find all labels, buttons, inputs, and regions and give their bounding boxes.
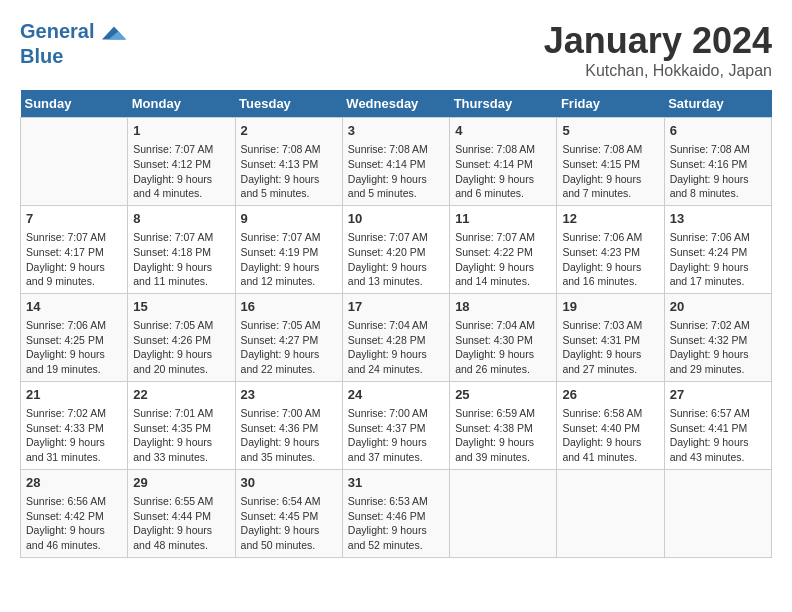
day-number: 20	[670, 298, 766, 316]
day-number: 19	[562, 298, 658, 316]
week-row-1: 1Sunrise: 7:07 AM Sunset: 4:12 PM Daylig…	[21, 118, 772, 206]
day-info: Sunrise: 6:53 AM Sunset: 4:46 PM Dayligh…	[348, 494, 444, 553]
day-info: Sunrise: 7:07 AM Sunset: 4:17 PM Dayligh…	[26, 230, 122, 289]
day-info: Sunrise: 6:55 AM Sunset: 4:44 PM Dayligh…	[133, 494, 229, 553]
day-info: Sunrise: 7:08 AM Sunset: 4:15 PM Dayligh…	[562, 142, 658, 201]
day-cell: 9Sunrise: 7:07 AM Sunset: 4:19 PM Daylig…	[235, 205, 342, 293]
day-number: 4	[455, 122, 551, 140]
day-info: Sunrise: 7:06 AM Sunset: 4:25 PM Dayligh…	[26, 318, 122, 377]
column-headers: SundayMondayTuesdayWednesdayThursdayFrid…	[21, 90, 772, 118]
day-cell: 6Sunrise: 7:08 AM Sunset: 4:16 PM Daylig…	[664, 118, 771, 206]
day-info: Sunrise: 7:02 AM Sunset: 4:32 PM Dayligh…	[670, 318, 766, 377]
day-number: 8	[133, 210, 229, 228]
day-cell	[557, 469, 664, 557]
day-info: Sunrise: 7:05 AM Sunset: 4:27 PM Dayligh…	[241, 318, 337, 377]
calendar-table: SundayMondayTuesdayWednesdayThursdayFrid…	[20, 90, 772, 558]
day-cell	[450, 469, 557, 557]
day-info: Sunrise: 7:07 AM Sunset: 4:12 PM Dayligh…	[133, 142, 229, 201]
day-number: 2	[241, 122, 337, 140]
day-info: Sunrise: 7:08 AM Sunset: 4:13 PM Dayligh…	[241, 142, 337, 201]
day-cell: 7Sunrise: 7:07 AM Sunset: 4:17 PM Daylig…	[21, 205, 128, 293]
day-number: 14	[26, 298, 122, 316]
day-info: Sunrise: 7:07 AM Sunset: 4:20 PM Dayligh…	[348, 230, 444, 289]
day-number: 21	[26, 386, 122, 404]
day-info: Sunrise: 6:59 AM Sunset: 4:38 PM Dayligh…	[455, 406, 551, 465]
day-cell: 17Sunrise: 7:04 AM Sunset: 4:28 PM Dayli…	[342, 293, 449, 381]
column-header-friday: Friday	[557, 90, 664, 118]
column-header-monday: Monday	[128, 90, 235, 118]
day-number: 22	[133, 386, 229, 404]
day-cell: 11Sunrise: 7:07 AM Sunset: 4:22 PM Dayli…	[450, 205, 557, 293]
day-cell: 29Sunrise: 6:55 AM Sunset: 4:44 PM Dayli…	[128, 469, 235, 557]
day-number: 18	[455, 298, 551, 316]
day-cell: 1Sunrise: 7:07 AM Sunset: 4:12 PM Daylig…	[128, 118, 235, 206]
day-number: 1	[133, 122, 229, 140]
week-row-5: 28Sunrise: 6:56 AM Sunset: 4:42 PM Dayli…	[21, 469, 772, 557]
day-number: 29	[133, 474, 229, 492]
day-cell: 28Sunrise: 6:56 AM Sunset: 4:42 PM Dayli…	[21, 469, 128, 557]
day-info: Sunrise: 7:06 AM Sunset: 4:24 PM Dayligh…	[670, 230, 766, 289]
day-info: Sunrise: 7:08 AM Sunset: 4:14 PM Dayligh…	[455, 142, 551, 201]
day-number: 15	[133, 298, 229, 316]
day-number: 16	[241, 298, 337, 316]
logo-general: General	[20, 20, 94, 42]
day-number: 26	[562, 386, 658, 404]
day-info: Sunrise: 7:04 AM Sunset: 4:30 PM Dayligh…	[455, 318, 551, 377]
day-number: 3	[348, 122, 444, 140]
day-cell: 31Sunrise: 6:53 AM Sunset: 4:46 PM Dayli…	[342, 469, 449, 557]
day-number: 12	[562, 210, 658, 228]
day-cell: 8Sunrise: 7:07 AM Sunset: 4:18 PM Daylig…	[128, 205, 235, 293]
day-number: 17	[348, 298, 444, 316]
day-cell: 13Sunrise: 7:06 AM Sunset: 4:24 PM Dayli…	[664, 205, 771, 293]
day-info: Sunrise: 7:00 AM Sunset: 4:37 PM Dayligh…	[348, 406, 444, 465]
day-cell: 22Sunrise: 7:01 AM Sunset: 4:35 PM Dayli…	[128, 381, 235, 469]
day-cell: 10Sunrise: 7:07 AM Sunset: 4:20 PM Dayli…	[342, 205, 449, 293]
column-header-tuesday: Tuesday	[235, 90, 342, 118]
day-number: 7	[26, 210, 122, 228]
day-info: Sunrise: 7:08 AM Sunset: 4:14 PM Dayligh…	[348, 142, 444, 201]
day-cell: 14Sunrise: 7:06 AM Sunset: 4:25 PM Dayli…	[21, 293, 128, 381]
day-number: 28	[26, 474, 122, 492]
day-cell	[21, 118, 128, 206]
day-cell: 18Sunrise: 7:04 AM Sunset: 4:30 PM Dayli…	[450, 293, 557, 381]
day-number: 23	[241, 386, 337, 404]
day-cell: 3Sunrise: 7:08 AM Sunset: 4:14 PM Daylig…	[342, 118, 449, 206]
day-info: Sunrise: 7:08 AM Sunset: 4:16 PM Dayligh…	[670, 142, 766, 201]
day-cell: 16Sunrise: 7:05 AM Sunset: 4:27 PM Dayli…	[235, 293, 342, 381]
day-info: Sunrise: 7:03 AM Sunset: 4:31 PM Dayligh…	[562, 318, 658, 377]
day-info: Sunrise: 6:58 AM Sunset: 4:40 PM Dayligh…	[562, 406, 658, 465]
day-info: Sunrise: 6:57 AM Sunset: 4:41 PM Dayligh…	[670, 406, 766, 465]
column-header-wednesday: Wednesday	[342, 90, 449, 118]
logo-icon	[102, 21, 126, 45]
day-number: 25	[455, 386, 551, 404]
day-cell: 15Sunrise: 7:05 AM Sunset: 4:26 PM Dayli…	[128, 293, 235, 381]
day-number: 30	[241, 474, 337, 492]
day-info: Sunrise: 7:00 AM Sunset: 4:36 PM Dayligh…	[241, 406, 337, 465]
column-header-sunday: Sunday	[21, 90, 128, 118]
week-row-3: 14Sunrise: 7:06 AM Sunset: 4:25 PM Dayli…	[21, 293, 772, 381]
calendar-title: January 2024	[544, 20, 772, 62]
logo: General Blue	[20, 20, 126, 67]
column-header-thursday: Thursday	[450, 90, 557, 118]
calendar-subtitle: Kutchan, Hokkaido, Japan	[544, 62, 772, 80]
day-cell: 4Sunrise: 7:08 AM Sunset: 4:14 PM Daylig…	[450, 118, 557, 206]
day-info: Sunrise: 7:04 AM Sunset: 4:28 PM Dayligh…	[348, 318, 444, 377]
day-cell: 25Sunrise: 6:59 AM Sunset: 4:38 PM Dayli…	[450, 381, 557, 469]
day-number: 27	[670, 386, 766, 404]
day-info: Sunrise: 7:02 AM Sunset: 4:33 PM Dayligh…	[26, 406, 122, 465]
header: General Blue January 2024 Kutchan, Hokka…	[20, 20, 772, 80]
day-number: 24	[348, 386, 444, 404]
day-number: 31	[348, 474, 444, 492]
day-info: Sunrise: 7:07 AM Sunset: 4:18 PM Dayligh…	[133, 230, 229, 289]
day-info: Sunrise: 6:56 AM Sunset: 4:42 PM Dayligh…	[26, 494, 122, 553]
day-cell: 2Sunrise: 7:08 AM Sunset: 4:13 PM Daylig…	[235, 118, 342, 206]
day-cell: 5Sunrise: 7:08 AM Sunset: 4:15 PM Daylig…	[557, 118, 664, 206]
day-cell: 30Sunrise: 6:54 AM Sunset: 4:45 PM Dayli…	[235, 469, 342, 557]
day-cell: 19Sunrise: 7:03 AM Sunset: 4:31 PM Dayli…	[557, 293, 664, 381]
day-number: 10	[348, 210, 444, 228]
day-number: 5	[562, 122, 658, 140]
day-cell: 23Sunrise: 7:00 AM Sunset: 4:36 PM Dayli…	[235, 381, 342, 469]
day-info: Sunrise: 7:01 AM Sunset: 4:35 PM Dayligh…	[133, 406, 229, 465]
week-row-4: 21Sunrise: 7:02 AM Sunset: 4:33 PM Dayli…	[21, 381, 772, 469]
day-cell	[664, 469, 771, 557]
